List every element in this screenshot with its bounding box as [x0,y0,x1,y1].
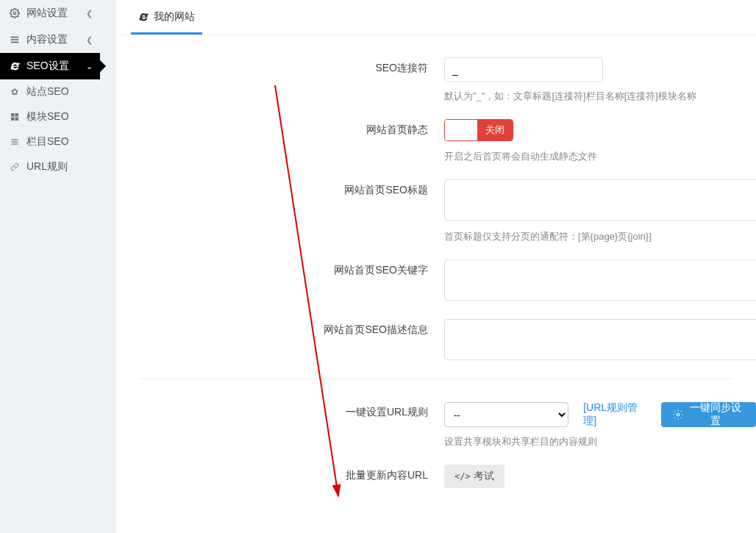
sidebar-item-site-settings[interactable]: 网站设置 ❮ [0,0,100,26]
textarea-home-seo-desc[interactable] [444,319,756,360]
code-icon: </> [454,471,471,482]
chevron-down-icon: ⌄ [86,62,93,71]
svg-rect-5 [15,113,19,117]
hint-home-static: 开启之后首页将会自动生成静态文件 [444,150,756,163]
sidebar: 网站设置 ❮ 内容设置 ❮ SEO设置 ⌄ ✿ 站点SEO 模块SEO [0,0,100,533]
sidebar-subitem-label: 栏目SEO [26,135,69,149]
svg-point-11 [677,413,680,416]
divider [140,379,732,379]
svg-rect-7 [15,118,19,121]
sidebar-item-content-settings[interactable]: 内容设置 ❮ [0,26,100,53]
toggle-on-empty [445,120,477,140]
label-home-seo-desc: 网站首页SEO描述信息 [116,319,444,362]
sidebar-item-label: 内容设置 [26,33,86,46]
gear-icon [673,409,683,420]
tab-label: 我的网站 [154,10,195,24]
sidebar-subitem-url-rule[interactable]: URL规则 [0,154,100,179]
sidebar-item-label: 网站设置 [26,7,86,20]
sidebar-subitem-module-seo[interactable]: 模块SEO [0,104,100,129]
main-panel: 我的网站 SEO连接符 默认为"_"，如：文章标题[连接符]栏目名称[连接符]模… [116,0,756,533]
input-seo-connector[interactable] [444,57,603,82]
svg-rect-4 [11,113,15,117]
select-url-rule[interactable]: -- [444,402,568,427]
toggle-home-static[interactable]: 关闭 [444,119,513,141]
label-seo-connector: SEO连接符 [116,57,444,103]
button-label: 一键同步设置 [688,401,744,428]
tabs: 我的网站 [116,0,756,35]
ie-icon [138,12,149,23]
sync-settings-button[interactable]: 一键同步设置 [661,402,756,427]
sidebar-item-label: SEO设置 [26,60,86,73]
label-url-rule: 一键设置URL规则 [116,401,444,448]
chevron-left-icon: ❮ [86,9,93,18]
sidebar-subitem-label: 模块SEO [26,110,69,124]
hint-url-rule: 设置共享模块和共享栏目的内容规则 [444,435,756,448]
sidebar-subitem-label: URL规则 [26,160,68,174]
label-home-seo-title: 网站首页SEO标题 [116,179,444,243]
svg-rect-6 [11,118,15,121]
test-button[interactable]: </> 考试 [444,465,504,488]
link-icon [9,162,21,171]
gear-icon: ✿ [9,87,21,97]
label-home-seo-keywords: 网站首页SEO关键字 [116,260,444,303]
sidebar-subitem-site-seo[interactable]: ✿ 站点SEO [0,79,100,104]
hint-home-seo-title: 首页标题仅支持分页的通配符：[第{page}页{join}] [444,230,756,243]
sidebar-subitem-column-seo[interactable]: 栏目SEO [0,129,100,154]
grid-icon [9,112,21,121]
textarea-home-seo-keywords[interactable] [444,260,756,301]
sidebar-subitem-label: 站点SEO [26,85,69,99]
svg-point-0 [13,12,16,15]
chevron-left-icon: ❮ [86,35,93,45]
textarea-home-seo-title[interactable] [444,179,756,221]
toggle-off-label: 关闭 [477,120,513,140]
hint-seo-connector: 默认为"_"，如：文章标题[连接符]栏目名称[连接符]模块名称 [444,90,756,103]
list-icon [9,35,21,45]
label-batch-update: 批量更新内容URL [116,465,444,488]
sidebar-item-seo-settings[interactable]: SEO设置 ⌄ [0,53,100,79]
gear-icon [9,8,21,18]
label-home-static: 网站首页静态 [116,119,444,163]
button-label: 考试 [474,470,494,483]
ie-icon [9,61,21,72]
link-url-rule-manage[interactable]: [URL规则管理] [583,401,646,428]
tab-my-site[interactable]: 我的网站 [131,0,202,35]
form: SEO连接符 默认为"_"，如：文章标题[连接符]栏目名称[连接符]模块名称 网… [116,35,756,488]
bars-icon [9,137,21,146]
